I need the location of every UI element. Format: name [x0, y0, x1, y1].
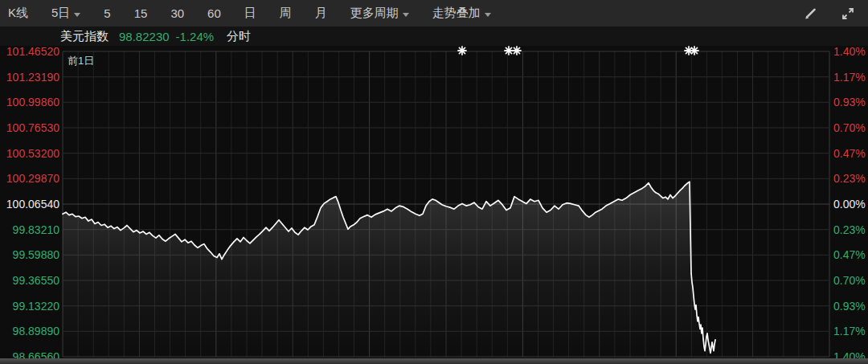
chart-area[interactable] — [0, 0, 868, 364]
axis-tick-label: 0.47% — [833, 146, 866, 161]
axis-tick-label: 0.00% — [833, 197, 866, 211]
axis-tick-label: 99.83210 — [3, 223, 59, 237]
event-marker-icon — [505, 47, 513, 55]
expand-icon[interactable] — [841, 6, 855, 21]
axis-tick-label: 100.53200 — [3, 146, 59, 161]
axis-tick-label: 101.46520 — [3, 44, 59, 59]
period-button-label: 周 — [280, 6, 292, 21]
period-button-label: 60 — [207, 6, 221, 20]
period-button-3[interactable]: 15 — [134, 6, 148, 20]
last-price: 98.82230 — [119, 30, 170, 43]
period-button-label: 30 — [170, 6, 184, 20]
period-button-0[interactable]: K线 — [8, 6, 28, 21]
instrument-header: 美元指数 98.82230 -1.24% 分时 — [0, 27, 868, 46]
period-button-5[interactable]: 60 — [207, 6, 221, 20]
axis-tick-label: 99.13220 — [3, 299, 59, 313]
period-button-10[interactable]: 走势叠加 — [432, 6, 491, 21]
axis-tick-label: 1.17% — [833, 324, 866, 338]
instrument-name: 美元指数 — [60, 29, 108, 44]
period-button-1[interactable]: 5日 — [51, 6, 80, 21]
axis-tick-label: 0.23% — [833, 223, 866, 237]
axis-tick-label: 100.06540 — [3, 197, 59, 211]
axis-tick-label: 0.23% — [833, 171, 866, 186]
period-button-8[interactable]: 月 — [315, 6, 327, 21]
period-button-label: 走势叠加 — [432, 6, 481, 21]
period-button-label: 月 — [315, 6, 327, 21]
app-window: 101.46520101.23190100.99860100.76530100.… — [0, 0, 868, 364]
event-marker-icon — [458, 47, 466, 55]
change-percent: -1.24% — [176, 30, 215, 43]
event-marker-icon — [513, 47, 521, 55]
chevron-down-icon — [403, 13, 409, 17]
period-button-7[interactable]: 周 — [280, 6, 292, 21]
brush-icon[interactable] — [803, 6, 818, 21]
chevron-down-icon — [74, 13, 80, 17]
axis-tick-label: 1.40% — [833, 44, 866, 59]
period-toolbar: K线5日5153060日周月更多周期走势叠加 — [0, 0, 868, 27]
prev-day-label: 前1日 — [68, 54, 94, 68]
axis-tick-label: 0.47% — [833, 247, 866, 262]
period-buttons: K线5日5153060日周月更多周期走势叠加 — [0, 6, 514, 21]
chart-type-label[interactable]: 分时 — [227, 29, 251, 44]
axis-tick-label: 100.76530 — [3, 121, 59, 135]
period-button-label: 5 — [104, 6, 110, 20]
axis-tick-label: 0.93% — [833, 95, 866, 109]
period-button-label: K线 — [8, 6, 28, 21]
period-button-6[interactable]: 日 — [244, 6, 256, 21]
axis-tick-label: 98.89890 — [3, 324, 59, 338]
price-chart-canvas[interactable] — [0, 0, 868, 364]
axis-tick-label: 0.70% — [833, 273, 866, 288]
event-marker-icon — [690, 47, 698, 55]
axis-tick-label: 0.70% — [833, 121, 866, 135]
period-button-label: 日 — [244, 6, 256, 21]
period-button-label: 更多周期 — [350, 6, 399, 21]
time-axis-strip — [0, 358, 868, 364]
axis-tick-label: 1.17% — [833, 70, 866, 84]
chevron-down-icon — [485, 13, 491, 17]
period-button-9[interactable]: 更多周期 — [350, 6, 409, 21]
period-button-label: 15 — [134, 6, 148, 20]
period-button-label: 5日 — [51, 6, 70, 21]
axis-tick-label: 0.93% — [833, 299, 866, 313]
axis-tick-label: 99.36550 — [3, 273, 59, 288]
axis-tick-label: 100.99860 — [3, 95, 59, 109]
axis-tick-label: 101.23190 — [3, 70, 59, 84]
period-button-4[interactable]: 30 — [170, 6, 184, 20]
axis-tick-label: 99.59880 — [3, 247, 59, 262]
period-button-2[interactable]: 5 — [104, 6, 110, 20]
axis-tick-label: 100.29870 — [3, 171, 59, 186]
